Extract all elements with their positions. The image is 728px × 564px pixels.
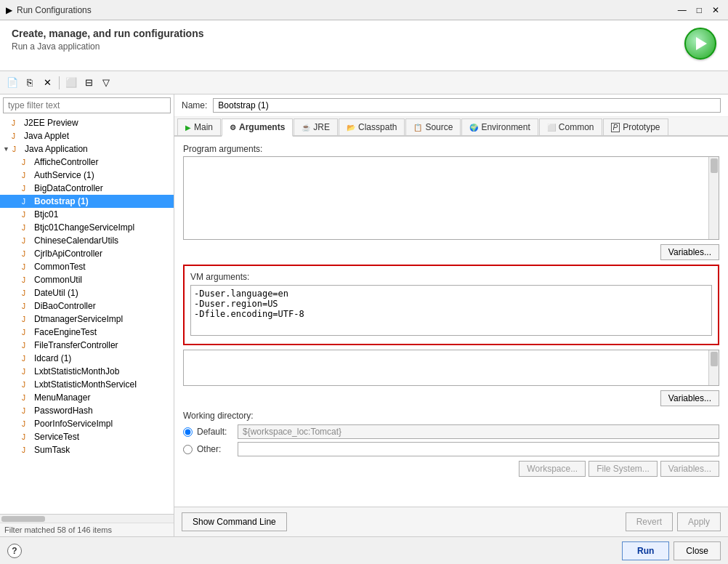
horizontal-scrollbar[interactable] [0, 514, 174, 523]
tab-prototype[interactable]: P Prototype [603, 118, 668, 135]
item-label: J2EE Preview [24, 118, 78, 128]
list-item[interactable]: J CommonTest [0, 260, 174, 273]
tab-environment[interactable]: 🌍 Environment [461, 118, 538, 135]
item-icon: J [12, 132, 22, 140]
list-item[interactable]: J FaceEngineTest [0, 326, 174, 339]
vm-arguments-input[interactable]: -Duser.language=en -Duser.region=US -Dfi… [190, 285, 712, 336]
new-config-button[interactable]: 📄 [4, 75, 20, 91]
list-item[interactable]: J MenuManager [0, 391, 174, 404]
close-title-button[interactable]: ✕ [709, 5, 722, 15]
list-item[interactable]: J PasswordHash [0, 404, 174, 417]
filter-input[interactable] [3, 97, 171, 113]
program-arguments-section: Program arguments: [183, 144, 719, 240]
list-item[interactable]: J ChineseCalendarUtils [0, 234, 174, 247]
maximize-button[interactable]: □ [694, 5, 705, 15]
toolbar: 📄 ⎘ ✕ ⬜ ⊟ ▽ [0, 71, 728, 94]
workspace-button[interactable]: Workspace... [519, 461, 586, 477]
item-label: PoorInfoServiceImpl [34, 419, 113, 429]
list-item[interactable]: J LxbtStatisticMonthJob [0, 365, 174, 378]
working-directory-section: Working directory: Default: Other: Works… [183, 411, 719, 477]
collapse-button[interactable]: ⊟ [81, 75, 97, 91]
list-item-selected[interactable]: J Bootstrap (1) [0, 195, 174, 208]
item-label: CjrlbApiController [34, 249, 102, 259]
vm-arguments-label: VM arguments: [190, 272, 712, 282]
default-radio-label: Default: [197, 427, 233, 437]
list-item[interactable]: J DiBaoController [0, 299, 174, 313]
program-args-scrollbar[interactable] [708, 157, 719, 239]
tree-toggle-icon: ▼ [3, 145, 10, 153]
tab-classpath[interactable]: 📂 Classpath [339, 118, 405, 135]
list-item[interactable]: J DateUtil (1) [0, 286, 174, 299]
list-item[interactable]: J ServiceTest [0, 430, 174, 443]
expand-button[interactable]: ▽ [98, 75, 114, 91]
list-item[interactable]: J AuthService (1) [0, 169, 174, 182]
name-input[interactable] [213, 98, 721, 113]
item-icon: J [22, 329, 32, 337]
bottom-bar: Show Command Line Revert Apply [174, 507, 728, 536]
item-icon: J [22, 289, 32, 297]
item-icon: J [22, 276, 32, 284]
item-label: FaceEngineTest [34, 327, 97, 337]
list-item[interactable]: J DtmanagerServiceImpl [0, 313, 174, 326]
apply-button[interactable]: Apply [677, 512, 721, 531]
program-arguments-label: Program arguments: [183, 144, 719, 154]
item-icon: J [22, 342, 32, 350]
list-item[interactable]: J Btjc01 [0, 208, 174, 221]
list-item[interactable]: J PoorInfoServiceImpl [0, 417, 174, 430]
other-dir-input[interactable] [238, 442, 719, 456]
delete-button[interactable]: ✕ [39, 75, 55, 91]
vm-args-variables-button[interactable]: Variables... [660, 390, 719, 406]
revert-button[interactable]: Revert [626, 512, 673, 531]
vm-args-scrollbar[interactable] [708, 350, 719, 385]
item-label: Java Applet [24, 131, 69, 141]
program-arguments-input[interactable] [184, 157, 707, 237]
default-radio[interactable] [183, 427, 193, 437]
list-item[interactable]: J FileTransferController [0, 339, 174, 352]
list-item[interactable]: ▼ J Java Application [0, 142, 174, 156]
list-item[interactable]: J SumTask [0, 443, 174, 456]
toolbar-separator [59, 76, 60, 89]
tab-jre[interactable]: ☕ JRE [294, 118, 338, 135]
minimize-button[interactable]: — [675, 5, 689, 15]
close-button[interactable]: Close [674, 541, 721, 560]
source-tab-icon: 📋 [413, 124, 422, 132]
title-bar-run-icon: ▶ [6, 5, 12, 15]
default-dir-input[interactable] [238, 424, 719, 439]
tab-common[interactable]: ⬜ Common [539, 118, 602, 135]
vm-arguments-section: VM arguments: -Duser.language=en -Duser.… [183, 265, 719, 345]
left-panel: J J2EE Preview J Java Applet ▼ J Java Ap… [0, 94, 174, 536]
run-button[interactable]: Run [622, 541, 669, 560]
list-item[interactable]: J LxbtStatisticMonthServiceI [0, 378, 174, 391]
item-label: MenuManager [34, 392, 90, 403]
list-item[interactable]: J AfficheController [0, 156, 174, 169]
tab-arguments[interactable]: ⚙ Arguments [222, 118, 293, 137]
list-item[interactable]: J Idcard (1) [0, 352, 174, 365]
filter-button[interactable]: ⬜ [63, 75, 79, 91]
other-radio[interactable] [183, 445, 193, 454]
tab-label: Classpath [358, 122, 397, 132]
list-item[interactable]: J BigDataController [0, 182, 174, 195]
list-item[interactable]: J Java Applet [0, 129, 174, 142]
list-item[interactable]: J J2EE Preview [0, 116, 174, 129]
duplicate-button[interactable]: ⎘ [22, 75, 38, 91]
list-item[interactable]: J Btjc01ChangeServiceImpl [0, 221, 174, 234]
list-item[interactable]: J CjrlbApiController [0, 247, 174, 260]
tab-label: Source [425, 122, 453, 132]
tab-source[interactable]: 📋 Source [405, 118, 461, 135]
item-label: DiBaoController [34, 301, 96, 311]
item-label: LxbtStatisticMonthServiceI [34, 379, 137, 390]
program-args-variables-button[interactable]: Variables... [660, 244, 719, 260]
file-system-button[interactable]: File System... [589, 461, 658, 477]
dir-variables-button[interactable]: Variables... [660, 461, 719, 477]
scrollbar-thumb [1, 516, 45, 522]
help-button[interactable]: ? [7, 544, 22, 558]
list-item[interactable]: J CommonUtil [0, 273, 174, 286]
item-label: CommonTest [34, 262, 86, 272]
show-command-line-button[interactable]: Show Command Line [182, 512, 287, 531]
jre-tab-icon: ☕ [302, 124, 310, 132]
item-label: LxbtStatisticMonthJob [34, 366, 119, 376]
tab-main[interactable]: ▶ Main [177, 118, 221, 135]
vm-args-extra-wrapper [183, 350, 719, 386]
item-label: CommonUtil [34, 275, 82, 285]
tree-area: J J2EE Preview J Java Applet ▼ J Java Ap… [0, 116, 174, 514]
